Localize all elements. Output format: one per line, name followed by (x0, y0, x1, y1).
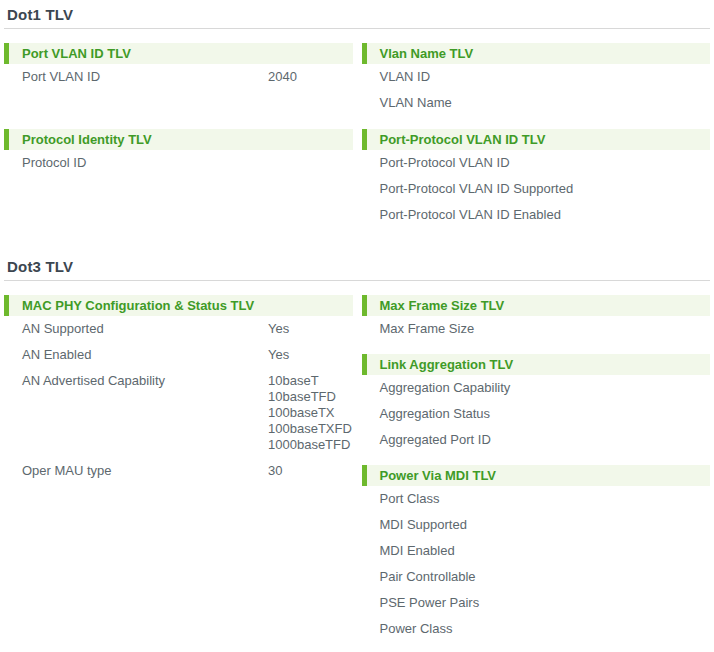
panel-header: Port-Protocol VLAN ID TLV (362, 129, 711, 150)
table-row: Max Frame Size (362, 316, 711, 342)
row-label: Port-Protocol VLAN ID (380, 155, 626, 171)
panel-header: MAC PHY Configuration & Status TLV (4, 295, 353, 316)
table-row: AN Advertised Capability 10baseT 10baseT… (4, 368, 353, 458)
table-row: Port-Protocol VLAN ID (362, 150, 711, 176)
table-row: Aggregation Capability (362, 375, 711, 401)
row-label: Oper MAU type (22, 463, 268, 479)
table-row: VLAN Name (362, 90, 711, 116)
row-label: Aggregation Status (380, 406, 626, 422)
row-label: Port-Protocol VLAN ID Enabled (380, 207, 626, 223)
panel-title: Max Frame Size TLV (367, 295, 509, 316)
dot3-grid: MAC PHY Configuration & Status TLV AN Su… (4, 295, 710, 642)
section-divider (4, 280, 710, 281)
panel-title: Protocol Identity TLV (9, 129, 156, 150)
panel-mac-phy-configuration-status-tlv: MAC PHY Configuration & Status TLV AN Su… (4, 295, 353, 484)
table-row: AN Enabled Yes (4, 342, 353, 368)
panel-header: Link Aggregation TLV (362, 354, 711, 375)
table-row: Port Class (362, 486, 711, 512)
row-label: Power Class (380, 621, 626, 637)
section-dot3-tlv: Dot3 TLV MAC PHY Configuration & Status … (4, 252, 710, 642)
row-label: Max Frame Size (380, 321, 626, 337)
table-row: MDI Enabled (362, 538, 711, 564)
table-row: AN Supported Yes (4, 316, 353, 342)
row-label: Protocol ID (22, 155, 268, 171)
section-title-dot1: Dot1 TLV (4, 0, 710, 22)
panel-protocol-identity-tlv: Protocol Identity TLV Protocol ID (4, 129, 353, 176)
panel-max-frame-size-tlv: Max Frame Size TLV Max Frame Size (362, 295, 711, 342)
panel-title: Port VLAN ID TLV (9, 43, 135, 64)
row-value: 10baseT 10baseTFD 100baseTX 100baseTXFD … (268, 373, 352, 453)
dot1-grid: Port VLAN ID TLV Port VLAN ID 2040 Vlan … (4, 43, 710, 228)
row-label: AN Advertised Capability (22, 373, 268, 389)
panel-title: Vlan Name TLV (367, 43, 478, 64)
panel-title: Link Aggregation TLV (367, 354, 518, 375)
table-row: MDI Supported (362, 512, 711, 538)
row-label: PSE Power Pairs (380, 595, 626, 611)
panel-port-protocol-vlan-id-tlv: Port-Protocol VLAN ID TLV Port-Protocol … (362, 129, 711, 228)
row-label: Port-Protocol VLAN ID Supported (380, 181, 626, 197)
table-row: Port VLAN ID 2040 (4, 64, 353, 90)
row-label: Port Class (380, 491, 626, 507)
table-row: Port-Protocol VLAN ID Enabled (362, 202, 711, 228)
panel-title: Power Via MDI TLV (367, 465, 501, 486)
table-row: Power Class (362, 616, 711, 642)
row-value: Yes (268, 347, 289, 363)
table-row: Aggregation Status (362, 401, 711, 427)
table-row: Aggregated Port ID (362, 427, 711, 453)
dot3-right-column: Max Frame Size TLV Max Frame Size Link A… (362, 295, 711, 642)
row-label: VLAN ID (380, 69, 626, 85)
section-title-dot3: Dot3 TLV (4, 252, 710, 274)
panel-header: Max Frame Size TLV (362, 295, 711, 316)
panel-vlan-name-tlv: Vlan Name TLV VLAN ID VLAN Name (362, 43, 711, 116)
section-divider (4, 28, 710, 29)
row-label: Port VLAN ID (22, 69, 268, 85)
row-label: Pair Controllable (380, 569, 626, 585)
row-label: Aggregated Port ID (380, 432, 626, 448)
panel-port-vlan-id-tlv: Port VLAN ID TLV Port VLAN ID 2040 (4, 43, 353, 90)
table-row: Protocol ID (4, 150, 353, 176)
table-row: Port-Protocol VLAN ID Supported (362, 176, 711, 202)
section-dot1-tlv: Dot1 TLV Port VLAN ID TLV Port VLAN ID 2… (4, 0, 710, 228)
row-value: 2040 (268, 69, 297, 85)
row-label: MDI Supported (380, 517, 626, 533)
panel-power-via-mdi-tlv: Power Via MDI TLV Port Class MDI Support… (362, 465, 711, 642)
panel-header: Protocol Identity TLV (4, 129, 353, 150)
panel-header: Power Via MDI TLV (362, 465, 711, 486)
table-row: Pair Controllable (362, 564, 711, 590)
panel-link-aggregation-tlv: Link Aggregation TLV Aggregation Capabil… (362, 354, 711, 453)
panel-title: MAC PHY Configuration & Status TLV (9, 295, 258, 316)
panel-title: Port-Protocol VLAN ID TLV (367, 129, 550, 150)
panel-header: Port VLAN ID TLV (4, 43, 353, 64)
table-row: PSE Power Pairs (362, 590, 711, 616)
row-label: AN Enabled (22, 347, 268, 363)
lldp-tlv-status-page: Dot1 TLV Port VLAN ID TLV Port VLAN ID 2… (0, 0, 714, 642)
table-row: Oper MAU type 30 (4, 458, 353, 484)
row-value: 30 (268, 463, 282, 479)
row-label: MDI Enabled (380, 543, 626, 559)
row-value: Yes (268, 321, 289, 337)
table-row: VLAN ID (362, 64, 711, 90)
panel-header: Vlan Name TLV (362, 43, 711, 64)
row-label: VLAN Name (380, 95, 626, 111)
row-label: Aggregation Capability (380, 380, 626, 396)
row-label: AN Supported (22, 321, 268, 337)
